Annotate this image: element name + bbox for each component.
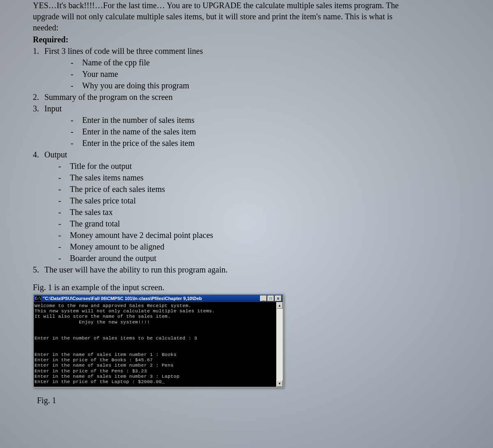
intro-line: upgrade will not only calculate multiple… [33, 12, 392, 21]
intro-line: needed: [33, 23, 58, 32]
list-text: The user will have the ability to run th… [44, 265, 228, 274]
figure-caption-top: Fig. 1 is an example of the input screen… [33, 283, 460, 292]
titlebar-text: "C:\Data\PSU\Courses\Fall 06\CMPSC 101\I… [43, 296, 260, 301]
sub-list: Enter in the number of sales items Enter… [82, 114, 460, 149]
list-number: 5. [33, 264, 44, 275]
requirement-item: 4.Output Title for the output The sales … [33, 149, 460, 264]
requirements-list: 1.First 3 lines of code will be three co… [33, 45, 460, 275]
sub-item: Enter in the number of sales items [82, 114, 460, 126]
sub-item: The sales price total [70, 195, 460, 206]
figure-label: Fig. 1 [37, 396, 460, 405]
sub-item: The price of each sales items [70, 183, 460, 195]
close-button[interactable]: × [275, 296, 281, 301]
requirement-item: 3.Input Enter in the number of sales ite… [33, 103, 460, 149]
list-text: Input [44, 104, 62, 113]
sub-item: Enter in the name of the sales item [82, 126, 460, 137]
list-text: First 3 lines of code will be three comm… [44, 46, 203, 55]
required-heading: Required: [33, 35, 460, 44]
maximize-button[interactable]: □ [267, 296, 274, 301]
sub-item: Money amount have 2 decimal point places [70, 229, 460, 241]
console-window: C:\ "C:\Data\PSU\Courses\Fall 06\CMPSC 1… [33, 294, 283, 388]
minimize-button[interactable]: _ [260, 296, 267, 301]
list-number: 4. [33, 149, 44, 160]
requirement-item: 5.The user will have the ability to run … [33, 264, 460, 275]
list-number: 1. [33, 45, 44, 57]
list-number: 3. [33, 103, 44, 114]
sub-item: Why you are doing this program [82, 80, 460, 91]
list-number: 2. [33, 91, 44, 103]
sub-item: The grand total [70, 218, 460, 229]
intro-paragraph: YES…It's back!!!!…For the last time… You… [33, 0, 460, 33]
console-output: Welcome to the new and approved Sales Re… [34, 302, 276, 387]
sub-item: The sales tax [70, 206, 460, 218]
titlebar-buttons: _ □ × [260, 296, 281, 301]
scroll-track[interactable] [276, 309, 283, 380]
requirement-item: 1.First 3 lines of code will be three co… [33, 45, 460, 91]
vertical-scrollbar[interactable]: ▲ ▼ [276, 302, 283, 387]
sub-item: Enter in the price of the sales item [82, 137, 460, 149]
scroll-up-button[interactable]: ▲ [276, 302, 283, 309]
sub-item: Money amount to be aligned [70, 241, 460, 252]
titlebar: C:\ "C:\Data\PSU\Courses\Fall 06\CMPSC 1… [34, 295, 283, 302]
sub-item: Boarder around the output [70, 252, 460, 264]
list-text: Output [44, 150, 67, 159]
sub-item: The sales items names [70, 172, 460, 183]
scroll-down-button[interactable]: ▼ [276, 380, 283, 387]
intro-line: YES…It's back!!!!…For the last time… You… [33, 1, 399, 10]
sub-item: Name of the cpp file [82, 57, 460, 68]
sub-item: Your name [82, 68, 460, 80]
requirement-item: 2.Summary of the program on the screen [33, 91, 460, 103]
cmd-icon: C:\ [35, 296, 41, 301]
sub-list: Name of the cpp file Your name Why you a… [82, 57, 460, 91]
list-text: Summary of the program on the screen [44, 92, 173, 102]
sub-list: Title for the output The sales items nam… [70, 160, 460, 264]
sub-item: Title for the output [70, 160, 460, 172]
